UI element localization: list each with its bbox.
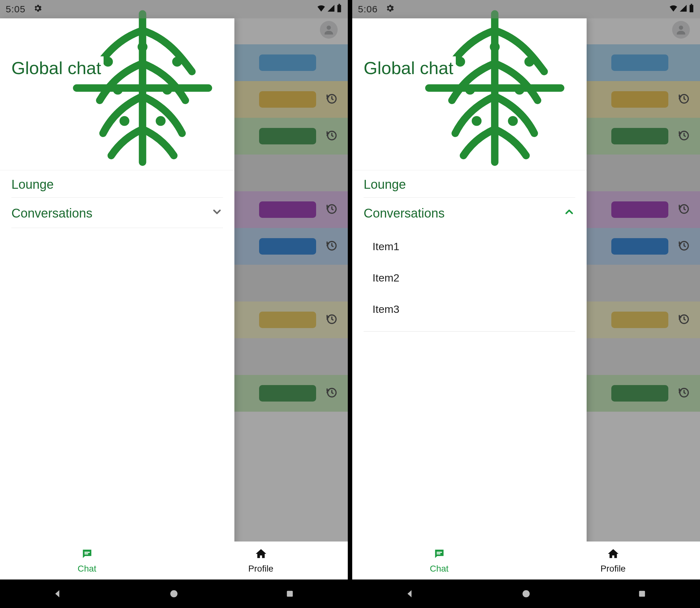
- tab-label: Profile: [248, 564, 273, 574]
- back-button[interactable]: [403, 587, 417, 601]
- svg-rect-43: [691, 4, 693, 5]
- tab-chat[interactable]: Chat: [0, 542, 174, 580]
- app-logo: [400, 6, 590, 170]
- drawer-header: Global chat: [352, 18, 587, 170]
- recents-button[interactable]: [283, 587, 297, 601]
- svg-rect-19: [339, 4, 340, 5]
- tab-label: Profile: [601, 564, 626, 574]
- sidebar-item-conversations[interactable]: Conversations: [364, 197, 575, 228]
- sidebar-item-lounge[interactable]: Lounge: [12, 170, 223, 197]
- signal-icon: [679, 4, 687, 15]
- svg-point-22: [170, 590, 178, 597]
- system-nav-bar: [0, 580, 348, 608]
- status-bar: 5:05: [0, 0, 348, 18]
- svg-rect-21: [84, 553, 88, 554]
- sidebar-item-conversations[interactable]: Conversations: [12, 197, 223, 228]
- screenshot-divider: [348, 0, 352, 608]
- bottom-nav: Chat Profile: [352, 542, 700, 580]
- chat-icon: [81, 548, 93, 563]
- phone-screen-left: Global chat Lounge Conversations Item1 I…: [0, 0, 348, 608]
- tab-profile[interactable]: Profile: [174, 542, 348, 580]
- nav-drawer: Global chat Lounge Conversations Item1 I…: [352, 18, 587, 557]
- sidebar-item-label: Conversations: [12, 206, 93, 221]
- svg-rect-23: [287, 591, 293, 597]
- svg-point-38: [514, 85, 524, 95]
- list-item[interactable]: Item3: [371, 293, 575, 325]
- battery-icon: [688, 4, 694, 15]
- wifi-icon: [317, 4, 326, 15]
- svg-point-37: [465, 85, 475, 95]
- svg-point-40: [508, 116, 518, 126]
- tab-label: Chat: [430, 564, 449, 574]
- chevron-up-icon: [563, 206, 575, 221]
- nav-drawer: Global chat Lounge Conversations Item1 I…: [0, 18, 234, 557]
- svg-rect-18: [337, 5, 341, 12]
- app-logo: [48, 6, 238, 170]
- conversations-sublist: Item1 Item2 Item3: [364, 228, 575, 331]
- svg-point-11: [103, 57, 113, 66]
- tab-label: Chat: [78, 564, 96, 574]
- home-button[interactable]: [167, 587, 181, 601]
- system-nav-bar: [352, 580, 700, 608]
- sidebar-item-lounge[interactable]: Lounge: [364, 170, 575, 197]
- drawer-title: Global chat: [364, 56, 456, 79]
- svg-rect-42: [689, 5, 693, 12]
- recents-button[interactable]: [635, 587, 649, 601]
- svg-point-41: [490, 42, 499, 52]
- gear-icon: [33, 3, 42, 15]
- chat-icon: [433, 548, 446, 563]
- svg-rect-45: [436, 553, 440, 554]
- svg-point-17: [137, 42, 147, 52]
- status-bar: 5:06: [352, 0, 700, 18]
- list-item[interactable]: Item2: [371, 262, 575, 293]
- svg-rect-44: [436, 552, 442, 553]
- signal-icon: [327, 4, 335, 15]
- home-button[interactable]: [519, 587, 533, 601]
- clock: 5:06: [358, 4, 378, 15]
- svg-point-16: [156, 116, 166, 126]
- home-icon: [255, 548, 267, 563]
- svg-point-39: [472, 116, 481, 126]
- phone-screen-right: Global chat Lounge Conversations Item1 I…: [352, 0, 700, 608]
- back-button[interactable]: [51, 587, 65, 601]
- tab-profile[interactable]: Profile: [526, 542, 700, 580]
- wifi-icon: [669, 4, 678, 15]
- svg-point-12: [172, 57, 182, 66]
- svg-point-46: [523, 590, 530, 597]
- drawer-title: Global chat: [12, 56, 103, 79]
- bottom-nav: Chat Profile: [0, 542, 348, 580]
- svg-rect-20: [84, 552, 90, 553]
- svg-point-36: [525, 57, 534, 66]
- chevron-down-icon: [211, 206, 223, 221]
- svg-rect-47: [639, 591, 645, 597]
- svg-point-15: [119, 116, 129, 126]
- gear-icon: [385, 3, 395, 15]
- tab-chat[interactable]: Chat: [352, 542, 526, 580]
- home-icon: [607, 548, 620, 563]
- list-item[interactable]: Item1: [371, 231, 575, 262]
- clock: 5:05: [6, 4, 25, 15]
- drawer-header: Global chat: [0, 18, 234, 170]
- sidebar-item-label: Conversations: [364, 206, 445, 221]
- svg-point-13: [113, 85, 122, 95]
- svg-point-14: [162, 85, 172, 95]
- battery-icon: [336, 4, 342, 15]
- svg-point-35: [455, 57, 465, 66]
